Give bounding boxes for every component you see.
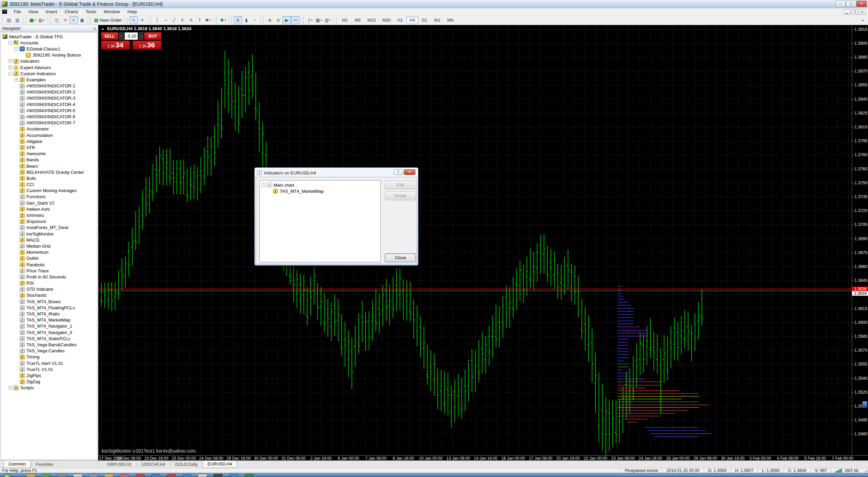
tree-item-truetl-alert-v1-01[interactable]: ƒTrueTL Alert V1.01 bbox=[1, 360, 97, 366]
chevron-down-icon[interactable]: ▾ bbox=[210, 19, 211, 22]
chevron-down-icon[interactable]: ▾ bbox=[224, 19, 226, 22]
chevron-down-icon[interactable]: ▾ bbox=[34, 19, 36, 22]
tree-item-scripts[interactable]: +≋Scripts bbox=[1, 385, 97, 391]
tree-item-custom-moving-averages[interactable]: ƒCustom Moving Averages bbox=[1, 188, 97, 194]
tree-item-cci[interactable]: ƒCCI bbox=[1, 182, 97, 188]
chart-tab-usdchf-h4[interactable]: USDCHF,H4 bbox=[137, 461, 170, 468]
toolbar-overflow-button[interactable]: ▾ bbox=[860, 17, 866, 23]
start-button[interactable] bbox=[3, 474, 12, 477]
tree-item-indicators[interactable]: +ƒIndicators bbox=[1, 58, 97, 64]
taskbar-app-icon[interactable] bbox=[73, 474, 82, 477]
taskbar-app-icon[interactable] bbox=[26, 474, 35, 477]
templates-button[interactable]: ▦▾ bbox=[314, 16, 323, 24]
tree-item-bulls[interactable]: ƒBulls bbox=[1, 175, 97, 181]
dialog-indicator-list[interactable]: − ∿ Main chart ƒ TAS_MT4_MarketMap bbox=[259, 180, 381, 262]
tree-item-functions[interactable]: ƒFunctions bbox=[1, 194, 97, 200]
chevron-down-icon[interactable]: ▾ bbox=[330, 19, 331, 22]
tree-expander-icon[interactable]: − bbox=[8, 41, 12, 45]
menu-item-charts[interactable]: Charts bbox=[61, 8, 82, 15]
crosshair-button[interactable]: ✛ bbox=[138, 16, 146, 24]
tree-item-bands[interactable]: ƒBands bbox=[1, 157, 97, 163]
panel-collapse-icon[interactable]: ▲ bbox=[101, 27, 104, 30]
new-order-button[interactable]: ▤New Order bbox=[93, 16, 123, 24]
dialog-close-icon[interactable]: ✕ bbox=[404, 169, 415, 175]
tree-item-belkhayate-gravity-center[interactable]: ƒBELKHAYATE Gravity Center bbox=[1, 169, 97, 175]
taskbar-app-icon[interactable] bbox=[42, 474, 51, 477]
tree-item-momentum[interactable]: ƒMomentum bbox=[1, 249, 97, 255]
tree-item-iexposure[interactable]: ƒiExposure bbox=[1, 219, 97, 225]
zoom-out-button[interactable]: ⊖ bbox=[274, 16, 282, 24]
tree-item-bears[interactable]: ƒBears bbox=[1, 163, 97, 169]
taskbar-app-icon[interactable] bbox=[229, 474, 238, 477]
indicators-add-button[interactable]: ✚▾ bbox=[219, 16, 227, 24]
tree-item-wss943-indicator-6[interactable]: ƒ#WSS943!INDICATOR-6 bbox=[1, 113, 97, 120]
volume-down-button[interactable]: ▼ bbox=[119, 32, 124, 40]
terminal-button[interactable]: ▣ bbox=[78, 16, 86, 24]
tree-item-tas-mt4-boxes[interactable]: ƒTAS_MT4_Boxes bbox=[1, 298, 97, 305]
chevron-down-icon[interactable]: ▾ bbox=[311, 19, 312, 22]
tree-expander-icon[interactable]: + bbox=[8, 66, 12, 69]
close-button[interactable]: ✕ bbox=[856, 1, 867, 7]
trendline-button[interactable]: ╱ bbox=[170, 16, 178, 24]
arrows-button[interactable]: ✱▾ bbox=[204, 16, 212, 24]
taskbar-app-icon[interactable] bbox=[136, 474, 144, 477]
tree-expander-icon[interactable]: + bbox=[8, 59, 12, 63]
navigator-tab-common[interactable]: Common bbox=[3, 461, 31, 468]
menu-item-file[interactable]: File bbox=[10, 8, 25, 15]
tree-item-metatrader-e-global-tfg[interactable]: MetaTrader - E-Global TFG bbox=[1, 34, 97, 40]
tree-item-tas-mt4-marketmap[interactable]: ƒTAS_MT4_MarketMap bbox=[1, 317, 97, 323]
indicators-list-button[interactable]: ƒ▾ bbox=[306, 16, 314, 24]
tree-item-price-trace[interactable]: ƒPrice Trace bbox=[1, 268, 97, 274]
mdi-close-button[interactable]: ✕ bbox=[859, 9, 866, 15]
tree-item-profit-in-60-seconds[interactable]: ƒProfit In 60 Seconds bbox=[1, 274, 97, 280]
timeframe-h4-button[interactable]: H4 bbox=[406, 17, 418, 24]
market-watch-button[interactable]: ◫ bbox=[53, 16, 61, 24]
taskbar-app-icon[interactable] bbox=[182, 474, 191, 477]
new-chart-button[interactable]: ▦▾ bbox=[28, 16, 37, 24]
chart-shift-button[interactable]: ↦ bbox=[291, 16, 299, 24]
tree-item-median-grid[interactable]: ƒMedian Grid bbox=[1, 243, 97, 249]
tree-item-gen-starb-v2[interactable]: ƒGen_Starb V2 bbox=[1, 200, 97, 206]
tree-item-wss943-indicator-1[interactable]: ƒ#WSS943!INDICATOR-1 bbox=[1, 83, 97, 89]
taskbar-app-icon[interactable] bbox=[58, 474, 66, 477]
sell-price[interactable]: 1.36 34 bbox=[101, 41, 130, 49]
chart-tab-eurusd-h4[interactable]: EURUSD,H4 bbox=[202, 461, 237, 468]
chevron-down-icon[interactable]: ▾ bbox=[320, 19, 322, 22]
tree-expander-icon[interactable]: − bbox=[8, 72, 12, 76]
volume-input[interactable] bbox=[124, 32, 138, 40]
navigator-button[interactable]: ★ bbox=[70, 16, 78, 24]
taskbar-app-icon[interactable] bbox=[198, 474, 207, 477]
cursor-button[interactable]: ↖ bbox=[130, 16, 138, 24]
tree-item-tas-mt4-floatingpcls[interactable]: ƒTAS_MT4_FloatingPCLs bbox=[1, 305, 97, 311]
menu-item-view[interactable]: View bbox=[25, 8, 42, 15]
navigator-close-icon[interactable]: x bbox=[94, 26, 96, 30]
chevron-down-icon[interactable]: ▾ bbox=[43, 19, 45, 22]
candle-chart-button[interactable]: ▮ bbox=[242, 16, 251, 24]
tree-item-examples[interactable]: +ƒExamples bbox=[1, 77, 97, 83]
tree-item-macd[interactable]: ƒMACD bbox=[1, 237, 97, 243]
tree-item-wss943-indicator-2[interactable]: ƒ#WSS943!INDICATOR-2 bbox=[1, 89, 97, 95]
tree-item-timing[interactable]: ƒTiming bbox=[1, 354, 97, 360]
tree-item-tas-mt4-navigator-ii[interactable]: ƒTAS_MT4_Navigator_II bbox=[1, 329, 97, 335]
tree-item-parabolic[interactable]: ƒParabolic bbox=[1, 262, 97, 268]
tree-item-accelerator[interactable]: ƒAccelerator bbox=[1, 126, 97, 132]
periods-button[interactable]: ▥▾ bbox=[323, 16, 332, 24]
delete-button[interactable]: Delete bbox=[385, 191, 416, 200]
vertical-line-button[interactable]: │ bbox=[153, 16, 161, 24]
tree-item-wss943-indicator-3[interactable]: ƒ#WSS943!INDICATOR-3 bbox=[1, 95, 97, 101]
tree-item-tas-mt4-iratio[interactable]: ƒTAS_MT4_iRatio bbox=[1, 311, 97, 317]
menu-item-window[interactable]: Window bbox=[100, 8, 124, 15]
tree-expander-icon[interactable]: − bbox=[15, 47, 18, 51]
timeframe-mn-button[interactable]: MN bbox=[444, 17, 457, 24]
tree-item-tas-vega-bars-candles[interactable]: ƒTAS_Vega Bars&Candles bbox=[1, 341, 97, 348]
tree-item-atr[interactable]: ƒATR bbox=[1, 144, 97, 150]
tree-item-stochastic[interactable]: ƒStochastic bbox=[1, 292, 97, 298]
sell-button[interactable]: SELL bbox=[101, 32, 118, 40]
overlay-badge-icon[interactable] bbox=[862, 401, 867, 407]
timeframe-h1-button[interactable]: H1 bbox=[394, 17, 406, 24]
line-chart-button[interactable]: ~ bbox=[251, 16, 259, 24]
tree-expander-icon[interactable]: + bbox=[15, 78, 18, 82]
tree-item-instaforex-mt-desk[interactable]: ƒInstaForex_MT_Desk bbox=[1, 225, 97, 231]
tree-item-tas-mt4-staticpcls[interactable]: ƒTAS_MT4_StaticPCLs bbox=[1, 335, 97, 341]
volume-up-button[interactable]: ▲ bbox=[139, 32, 143, 40]
